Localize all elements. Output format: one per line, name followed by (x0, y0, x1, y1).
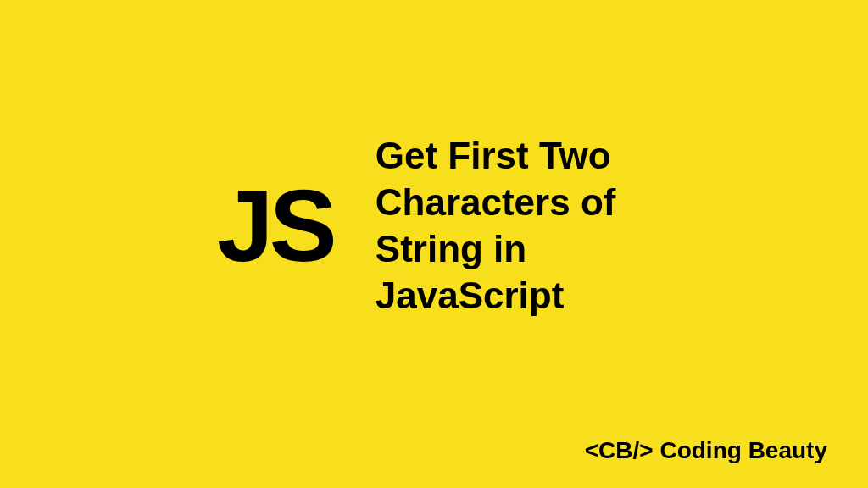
js-logo: JS (217, 175, 333, 276)
brand-signature: <CB/> Coding Beauty (585, 437, 827, 464)
article-title: Get First Two Characters of String in Ja… (376, 132, 651, 319)
main-content: JS Get First Two Characters of String in… (217, 132, 651, 319)
